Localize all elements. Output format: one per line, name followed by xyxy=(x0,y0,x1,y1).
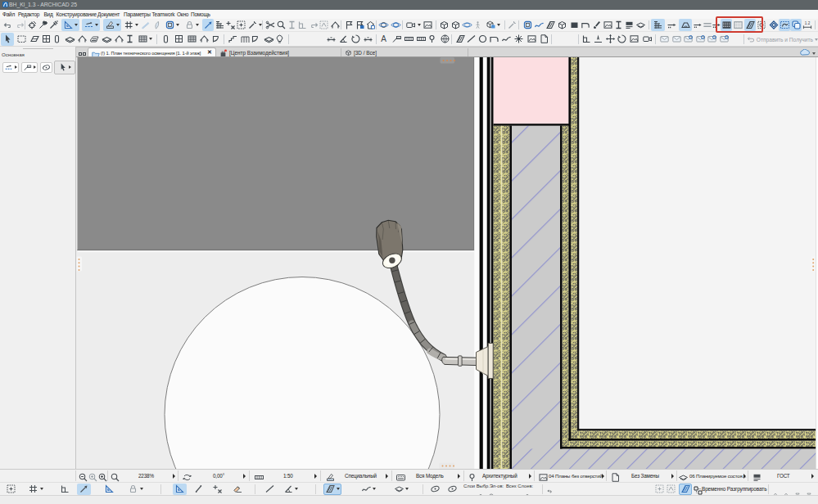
svg-text:1.2: 1.2 xyxy=(805,20,811,25)
svg-text:A: A xyxy=(381,34,386,43)
